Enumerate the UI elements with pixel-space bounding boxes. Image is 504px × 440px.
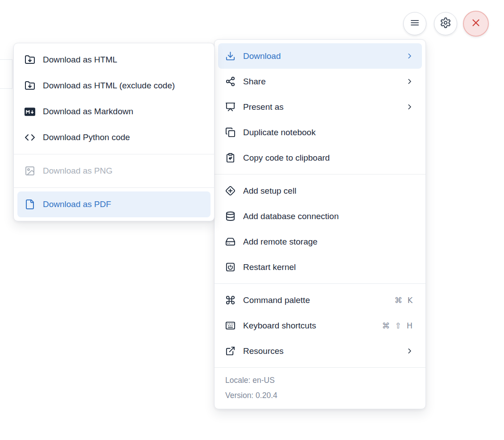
menu-item-present-as[interactable]: Present as bbox=[218, 94, 422, 120]
menu-item-label: Download Python code bbox=[43, 133, 202, 142]
markdown-badge-icon bbox=[25, 106, 35, 117]
external-link-icon bbox=[225, 346, 235, 356]
menu-item-duplicate-notebook[interactable]: Duplicate notebook bbox=[218, 120, 422, 145]
menu-item-restart-kernel[interactable]: Restart kernel bbox=[218, 254, 422, 280]
hamburger-icon bbox=[409, 17, 420, 30]
menu-item-label: Command palette bbox=[243, 295, 389, 305]
version-text: Version: 0.20.4 bbox=[225, 388, 415, 403]
menu-item-add-remote-storage[interactable]: Add remote storage bbox=[218, 229, 422, 254]
diamond-plus-icon bbox=[225, 186, 235, 196]
app-canvas: { "toolbar": { "menu_button_icon": "hamb… bbox=[0, 0, 504, 440]
notebook-menu-button[interactable] bbox=[403, 12, 426, 35]
underlying-cell-border bbox=[12, 59, 12, 89]
menu-item-label: Download bbox=[243, 51, 400, 61]
menu-item-download-as-markdown[interactable]: Download as Markdown bbox=[17, 99, 211, 125]
download-submenu: Download as HTML Download as HTML (exclu… bbox=[13, 43, 215, 221]
menu-item-label: Resources bbox=[243, 346, 400, 356]
menu-item-add-setup-cell[interactable]: Add setup cell bbox=[218, 178, 422, 203]
menu-item-label: Add remote storage bbox=[243, 237, 414, 247]
clipboard-icon bbox=[225, 153, 235, 163]
menu-item-label: Download as Markdown bbox=[43, 107, 202, 116]
folder-down-icon bbox=[25, 80, 35, 91]
chevron-right-icon bbox=[405, 103, 414, 111]
copy-icon bbox=[225, 127, 235, 137]
folder-down-icon bbox=[25, 54, 35, 65]
menu-item-resources[interactable]: Resources bbox=[218, 338, 422, 364]
menu-item-label: Download as HTML bbox=[43, 55, 202, 65]
menu-item-label: Duplicate notebook bbox=[243, 128, 414, 137]
menu-item-label: Present as bbox=[243, 102, 400, 112]
menu-item-label: Download as PNG bbox=[43, 166, 202, 176]
underlying-cell-border bbox=[0, 59, 12, 60]
menu-item-label: Download as HTML (exclude code) bbox=[43, 81, 202, 91]
gear-icon bbox=[440, 17, 451, 30]
chevron-right-icon bbox=[405, 347, 414, 355]
menu-item-label: Add database connection bbox=[243, 212, 414, 221]
chevron-right-icon bbox=[405, 77, 414, 86]
menu-item-label: Download as PDF bbox=[43, 199, 202, 209]
menu-item-keyboard-shortcuts[interactable]: Keyboard shortcuts ⌘ ⇧ H bbox=[218, 313, 422, 338]
menu-item-command-palette[interactable]: Command palette ⌘ K bbox=[218, 287, 422, 313]
locale-text: Locale: en-US bbox=[225, 373, 415, 388]
menu-footer: Locale: en-US Version: 0.20.4 bbox=[215, 368, 426, 409]
image-icon bbox=[25, 166, 35, 176]
shortcut-hint: ⌘ K bbox=[394, 296, 414, 305]
menu-item-download-as-pdf[interactable]: Download as PDF bbox=[17, 191, 211, 217]
menu-item-label: Share bbox=[243, 77, 400, 87]
menu-item-share[interactable]: Share bbox=[218, 69, 422, 94]
menu-item-download-python-code[interactable]: Download Python code bbox=[17, 125, 211, 150]
notebook-actions-menu: Download Share Present as bbox=[214, 39, 426, 409]
presentation-icon bbox=[225, 102, 235, 112]
menu-item-copy-code-to-clipboard[interactable]: Copy code to clipboard bbox=[218, 145, 422, 170]
menu-item-download-as-png: Download as PNG bbox=[17, 158, 211, 184]
menu-item-download[interactable]: Download bbox=[218, 43, 422, 69]
download-icon bbox=[225, 51, 235, 61]
menu-item-download-as-html-exclude-code[interactable]: Download as HTML (exclude code) bbox=[17, 73, 211, 99]
close-icon bbox=[470, 17, 482, 30]
menu-item-label: Restart kernel bbox=[243, 262, 414, 272]
power-square-icon bbox=[225, 262, 235, 272]
shortcut-hint: ⌘ ⇧ H bbox=[382, 321, 414, 330]
shutdown-button[interactable] bbox=[463, 11, 489, 37]
underlying-cell-border bbox=[0, 88, 12, 89]
settings-button[interactable] bbox=[434, 12, 457, 35]
menu-item-download-as-html[interactable]: Download as HTML bbox=[17, 47, 211, 73]
command-icon bbox=[225, 295, 235, 305]
menu-item-label: Add setup cell bbox=[243, 186, 414, 196]
menu-item-label: Keyboard shortcuts bbox=[243, 321, 377, 331]
menu-item-label: Copy code to clipboard bbox=[243, 153, 414, 163]
code-icon bbox=[25, 132, 35, 143]
hard-drive-icon bbox=[225, 237, 235, 247]
database-icon bbox=[225, 211, 235, 221]
share-icon bbox=[225, 76, 235, 87]
chevron-right-icon bbox=[405, 52, 414, 60]
menu-item-add-database-connection[interactable]: Add database connection bbox=[218, 203, 422, 229]
file-icon bbox=[25, 199, 35, 210]
keyboard-icon bbox=[225, 320, 235, 331]
